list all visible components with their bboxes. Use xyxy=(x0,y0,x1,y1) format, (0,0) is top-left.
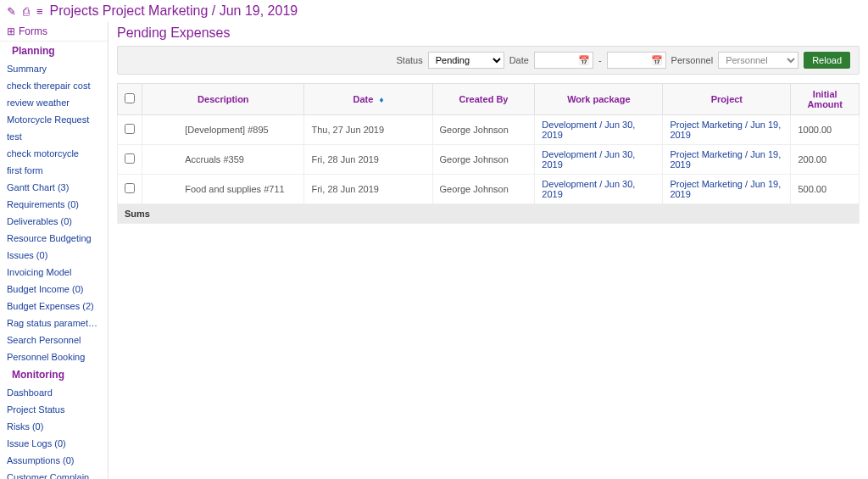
col-created-by[interactable]: Created By xyxy=(432,84,535,115)
table-row: Food and supplies #711Fri, 28 Jun 2019Ge… xyxy=(118,175,860,204)
col-project[interactable]: Project xyxy=(663,84,791,115)
sidebar-section-header: Planning xyxy=(0,42,108,60)
sidebar-item[interactable]: Budget Expenses (2) xyxy=(0,298,108,315)
page-title: Pending Expenses xyxy=(117,25,860,41)
personnel-label: Personnel xyxy=(671,55,714,65)
sidebar-section-header: Monitoring xyxy=(0,365,108,384)
grid-icon: ⊞ xyxy=(7,25,15,37)
menu-icon[interactable]: ≡ xyxy=(36,5,43,18)
breadcrumb: Projects Project Marketing / Jun 19, 201… xyxy=(50,3,298,19)
print-icon[interactable]: ⎙ xyxy=(23,5,30,18)
col-work-package[interactable]: Work package xyxy=(535,84,663,115)
sidebar-item[interactable]: Assumptions (0) xyxy=(0,452,108,469)
sidebar-item[interactable]: first form xyxy=(0,162,108,179)
col-initial-amount[interactable]: Initial Amount xyxy=(791,84,860,115)
edit-icon[interactable]: ✎ xyxy=(7,5,16,18)
sidebar-item[interactable]: review weather xyxy=(0,94,108,111)
col-date[interactable]: Date ♦ xyxy=(304,84,432,115)
sidebar-item[interactable]: check therepair cost xyxy=(0,77,108,94)
sort-icon: ♦ xyxy=(379,95,383,104)
filter-bar: Status Pending Date 📅 - 📅 Personnel Pers… xyxy=(117,46,860,75)
sidebar-item[interactable]: Resource Budgeting xyxy=(0,230,108,247)
reload-button[interactable]: Reload xyxy=(804,52,850,69)
sidebar-item[interactable]: Requirements (0) xyxy=(0,196,108,213)
sidebar-item[interactable]: Summary xyxy=(0,60,108,77)
sidebar-item[interactable]: Rag status parameters (0) xyxy=(0,315,108,331)
breadcrumb-root[interactable]: Projects xyxy=(50,3,99,18)
date-from-input[interactable] xyxy=(534,52,593,69)
cell-project[interactable]: Project Marketing / Jun 19, 2019 xyxy=(663,115,791,145)
forms-label: Forms xyxy=(19,25,47,37)
sidebar-item[interactable]: Risks (0) xyxy=(0,418,108,435)
sidebar-item[interactable]: Personnel Booking xyxy=(0,348,108,365)
forms-header[interactable]: ⊞ Forms xyxy=(0,22,108,42)
date-separator: - xyxy=(598,55,602,65)
cell-date: Thu, 27 Jun 2019 xyxy=(304,115,432,145)
row-checkbox[interactable] xyxy=(125,183,135,193)
sidebar-item[interactable]: Search Personnel xyxy=(0,331,108,348)
sidebar-item[interactable]: Issues (0) xyxy=(0,247,108,264)
col-date-label: Date xyxy=(353,94,373,104)
col-description[interactable]: Description xyxy=(142,84,304,115)
date-label: Date xyxy=(509,55,529,65)
status-select[interactable]: Pending xyxy=(428,52,504,69)
cell-initial-amount: 500.00 xyxy=(791,175,860,204)
table-row: Accruals #359Fri, 28 Jun 2019George John… xyxy=(118,145,860,175)
sidebar-item[interactable]: Deliverables (0) xyxy=(0,213,108,230)
sidebar-item[interactable]: test xyxy=(0,128,108,145)
table-row: [Development] #895Thu, 27 Jun 2019George… xyxy=(118,115,860,145)
row-checkbox[interactable] xyxy=(125,124,135,134)
sidebar-item[interactable]: Project Status xyxy=(0,401,108,418)
personnel-select[interactable]: Personnel xyxy=(718,52,798,69)
date-to-input[interactable] xyxy=(607,52,666,69)
expenses-table: Description Date ♦ Created By Work packa… xyxy=(117,83,860,224)
cell-created-by: George Johnson xyxy=(432,115,535,145)
cell-project[interactable]: Project Marketing / Jun 19, 2019 xyxy=(663,145,791,175)
status-label: Status xyxy=(396,55,422,65)
sidebar-item[interactable]: Issue Logs (0) xyxy=(0,435,108,452)
select-all-checkbox[interactable] xyxy=(125,93,135,103)
sums-row: Sums xyxy=(118,204,860,224)
cell-date: Fri, 28 Jun 2019 xyxy=(304,175,432,204)
cell-work-package[interactable]: Development / Jun 30, 2019 xyxy=(535,115,663,145)
sums-label: Sums xyxy=(118,204,860,224)
sidebar-item[interactable]: Gantt Chart (3) xyxy=(0,179,108,196)
sidebar-item[interactable]: Budget Income (0) xyxy=(0,281,108,298)
cell-initial-amount: 1000.00 xyxy=(791,115,860,145)
sidebar-item[interactable]: Invoicing Model xyxy=(0,264,108,281)
sidebar-item[interactable]: Dashboard xyxy=(0,384,108,401)
col-checkbox xyxy=(118,84,142,115)
sidebar-item[interactable]: check motorcycle xyxy=(0,145,108,162)
cell-work-package[interactable]: Development / Jun 30, 2019 xyxy=(535,145,663,175)
topbar: ✎ ⎙ ≡ Projects Project Marketing / Jun 1… xyxy=(0,0,868,22)
sidebar-item[interactable]: Customer Complaints (0) xyxy=(0,469,108,479)
cell-description: Food and supplies #711 xyxy=(142,175,304,204)
cell-created-by: George Johnson xyxy=(432,145,535,175)
cell-created-by: George Johnson xyxy=(432,175,535,204)
breadcrumb-project[interactable]: Project Marketing / Jun 19, 2019 xyxy=(103,3,298,18)
cell-initial-amount: 200.00 xyxy=(791,145,860,175)
cell-description: [Development] #895 xyxy=(142,115,304,145)
sidebar: ⊞ Forms PlanningSummarycheck therepair c… xyxy=(0,22,108,479)
main-content: Pending Expenses Status Pending Date 📅 -… xyxy=(108,22,868,479)
cell-work-package[interactable]: Development / Jun 30, 2019 xyxy=(535,175,663,204)
row-checkbox[interactable] xyxy=(125,153,135,164)
cell-date: Fri, 28 Jun 2019 xyxy=(304,145,432,175)
sidebar-item[interactable]: Motorcycle Request xyxy=(0,111,108,128)
cell-project[interactable]: Project Marketing / Jun 19, 2019 xyxy=(663,175,791,204)
cell-description: Accruals #359 xyxy=(142,145,304,175)
